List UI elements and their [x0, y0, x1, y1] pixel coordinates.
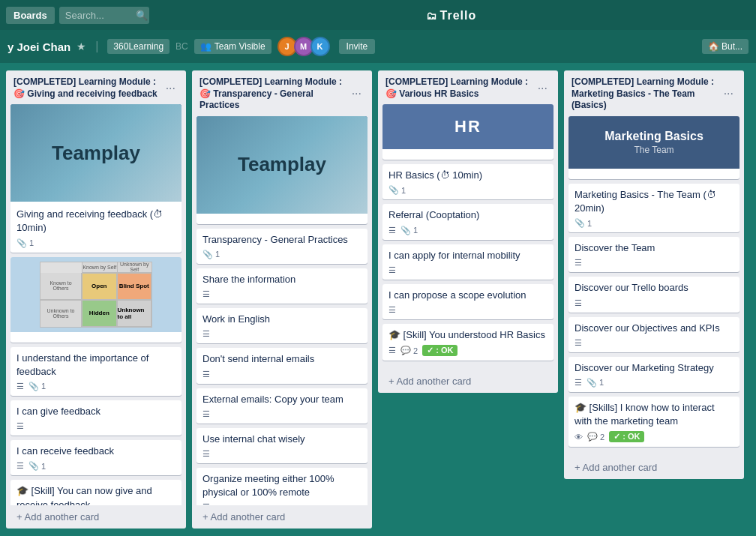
card-badges: ☰: [202, 449, 362, 459]
list-item[interactable]: 🎓 [Skills] I know how to interact with t…: [568, 397, 740, 447]
avatar[interactable]: K: [310, 37, 330, 56]
list-item[interactable]: Known by Self Unknown by Self Known toOt…: [10, 257, 182, 343]
list-item[interactable]: Use internal chat wisely ☰: [196, 428, 368, 463]
lines-badge: ☰: [16, 382, 24, 391]
teamplay-cover-2: Teamplay: [196, 116, 368, 214]
column-title-2: [COMPLETED] Learning Module : 🎯 Transpar…: [200, 76, 349, 112]
board-title: y Joei Chan: [8, 40, 70, 53]
column-header-4: [COMPLETED] Learning Module : Marketing …: [564, 70, 744, 116]
list-item[interactable]: Discover our Trello boards ☰: [568, 277, 740, 312]
add-card-button-4[interactable]: + Add another card: [568, 457, 740, 478]
column-menu-button-4[interactable]: ···: [721, 87, 736, 100]
list-item[interactable]: Share the information ☰: [196, 268, 368, 304]
list-item[interactable]: I can propose a scope evolution ☰: [382, 284, 554, 319]
add-card-button-1[interactable]: + Add another card: [10, 507, 182, 527]
column-1: [COMPLETED] Learning Module : 🎯 Giving a…: [6, 70, 186, 529]
attachment-badge: 📎 1: [586, 378, 604, 388]
list-item[interactable]: Teamplay: [196, 116, 368, 224]
column-4: [COMPLETED] Learning Module : Marketing …: [564, 70, 744, 479]
attachment-badge: 📎 1: [16, 238, 34, 248]
add-card-button-3[interactable]: + Add another card: [382, 371, 554, 391]
column-header-2: [COMPLETED] Learning Module : 🎯 Transpar…: [192, 70, 372, 116]
list-item[interactable]: HR Basics (⏱ 10min) 📎 1: [382, 164, 554, 199]
column-header-3: [COMPLETED] Learning Module : 🎯 Various …: [378, 70, 558, 104]
card-badges: ☰: [202, 329, 362, 339]
column-menu-button-2[interactable]: ···: [349, 87, 364, 100]
lines-badge: ☰: [202, 502, 210, 505]
hr-cover-text: HR: [454, 117, 482, 136]
card-badges: ☰: [574, 258, 734, 268]
card-title: Giving and receiving feedback (⏱ 10min): [16, 208, 176, 235]
list-item[interactable]: Transparency - General Practices 📎 1: [196, 229, 368, 264]
invite-button[interactable]: Invite: [339, 39, 376, 54]
marketing-cover: Marketing Basics The Team: [568, 116, 740, 169]
column-menu-button-3[interactable]: ···: [535, 82, 550, 95]
column-title-4: [COMPLETED] Learning Module : Marketing …: [572, 76, 721, 112]
list-item[interactable]: External emails: Copy your team ☰: [196, 388, 368, 424]
card-badges: ☰: [202, 370, 362, 379]
attachment-badge: 📎 1: [28, 461, 46, 471]
list-item[interactable]: Discover our Marketing Strategy ☰ 📎 1: [568, 357, 740, 392]
list-item[interactable]: I understand the importance of feedback …: [10, 347, 182, 396]
list-item[interactable]: Teamplay Giving and receiving feedback (…: [10, 104, 182, 252]
list-item[interactable]: Organize meeting either 100% physical or…: [196, 468, 368, 505]
lines-badge: ☰: [388, 226, 396, 235]
column-menu-button-1[interactable]: ···: [163, 82, 178, 95]
card-title: Don't send internal emails: [202, 352, 362, 366]
list-item[interactable]: I can apply for internal mobility ☰: [382, 244, 554, 280]
trello-logo: 🗂 Trello: [152, 7, 750, 23]
star-icon[interactable]: ★: [76, 40, 86, 52]
list-item[interactable]: HR: [382, 104, 554, 160]
list-item[interactable]: Don't send internal emails ☰: [196, 348, 368, 383]
lines-badge: ☰: [388, 346, 396, 355]
card-title: 🎓 [Skill] You understood HR Basics: [388, 328, 548, 342]
card-title: Discover our Objectives and KPIs: [574, 322, 734, 335]
card-badges: 📎 1: [16, 238, 176, 248]
board-body: [COMPLETED] Learning Module : 🎯 Giving a…: [0, 63, 756, 536]
list-item[interactable]: 🎓 [Skill] You can now give and receive f…: [10, 480, 182, 505]
card-title: I can receive feedback: [16, 445, 176, 458]
list-item[interactable]: I can receive feedback ☰ 📎 1: [10, 440, 182, 475]
boards-button[interactable]: Boards: [6, 7, 55, 24]
card-badges: ☰: [16, 421, 176, 431]
card-title: I understand the importance of feedback: [16, 352, 176, 379]
card-badges: 📎 1: [202, 250, 362, 259]
cover-text: Teamplay: [238, 153, 326, 176]
card-title: 🎓 [Skills] I know how to interact with t…: [574, 401, 734, 428]
card-title: Use internal chat wisely: [202, 433, 362, 446]
card-badges: ☰ 📎 1: [16, 382, 176, 391]
lines-badge: ☰: [574, 338, 582, 348]
card-badges: ☰: [574, 298, 734, 308]
list-item[interactable]: Work in English ☰: [196, 308, 368, 343]
teamplay-cover: Teamplay: [10, 104, 182, 202]
list-item[interactable]: Discover the Team ☰: [568, 237, 740, 272]
column-title-1: [COMPLETED] Learning Module : 🎯 Giving a…: [14, 76, 163, 100]
visibility-button[interactable]: 👥 Team Visible: [194, 39, 272, 54]
lines-badge: ☰: [202, 449, 210, 459]
list-item[interactable]: Marketing Basics - The Team (⏱ 20min) 📎 …: [568, 184, 740, 232]
list-item[interactable]: 🎓 [Skill] You understood HR Basics ☰ 💬 2…: [382, 324, 554, 361]
card-title: Discover our Trello boards: [574, 281, 734, 295]
list-item[interactable]: Marketing Basics The Team: [568, 116, 740, 179]
lines-badge: ☰: [388, 265, 396, 275]
member-avatars: J M K: [280, 37, 330, 56]
butler-button[interactable]: 🏠 But...: [702, 39, 748, 54]
column-cards-3: HR HR Basics (⏱ 10min) 📎 1 Referral (Coo…: [378, 104, 558, 370]
card-badges: ☰: [388, 305, 548, 315]
add-card-button-2[interactable]: + Add another card: [196, 507, 368, 527]
card-title: External emails: Copy your team: [202, 393, 362, 406]
card-title: Discover the Team: [574, 241, 734, 255]
column-title-3: [COMPLETED] Learning Module : 🎯 Various …: [386, 76, 535, 100]
card-title: Marketing Basics - The Team (⏱ 20min): [574, 188, 734, 215]
top-nav: Boards 🔍 🗂 Trello: [0, 0, 756, 30]
list-item[interactable]: Discover our Objectives and KPIs ☰: [568, 317, 740, 352]
comment-badge: 💬 2: [400, 346, 418, 355]
column-cards-1: Teamplay Giving and receiving feedback (…: [6, 104, 186, 505]
card-badges: ☰: [574, 338, 734, 348]
list-item[interactable]: Referral (Cooptation) ☰ 📎 1: [382, 204, 554, 239]
card-badges: ☰: [202, 289, 362, 299]
card-title: I can give feedback: [16, 405, 176, 418]
list-item[interactable]: I can give feedback ☰: [10, 400, 182, 436]
column-2: [COMPLETED] Learning Module : 🎯 Transpar…: [192, 70, 372, 529]
board-org[interactable]: 360Learning: [107, 39, 170, 54]
